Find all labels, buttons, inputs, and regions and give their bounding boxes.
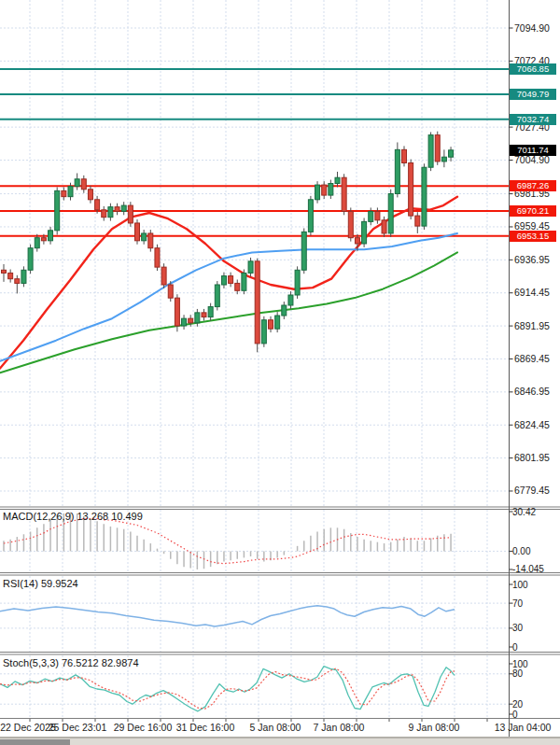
indicator-scale-label: 20 (512, 699, 524, 710)
indicator-scale-label: 100 (512, 659, 528, 669)
indicator-scale-label: 0 (512, 642, 518, 653)
price-tick-label: 6824.45 (514, 419, 550, 430)
time-tick-label: 31 Dec 16:00 (176, 722, 235, 733)
support-price-badge-1: 6987.26 (510, 180, 556, 191)
price-tick-label: 7094.90 (514, 22, 550, 34)
price-tick-label: 6914.45 (514, 287, 550, 298)
price-tick-label: 6846.95 (514, 386, 550, 397)
resistance-price-badge-2: 7049.79 (510, 89, 556, 100)
stoch-d-line (0, 668, 455, 709)
indicator-scale-label: -14.045 (512, 564, 544, 574)
rsi-panel[interactable] (0, 606, 455, 626)
trading-chart-window: 7094.907072.407027.407004.906981.956959.… (0, 0, 560, 745)
macd-indicator-label: MACD(12,26,9) 13.268 10.499 (3, 511, 143, 522)
time-tick-label: 13 Jan 04:00 (495, 722, 552, 733)
rsi-indicator-label: RSI(14) 59.9524 (3, 578, 78, 589)
time-tick-label: 25 Dec 23:01 (49, 722, 107, 733)
price-axis[interactable]: 7094.907072.407027.407004.906981.956959.… (510, 22, 551, 720)
time-tick-label: 5 Jan 08:00 (250, 722, 301, 733)
time-tick-label: 7 Jan 08:00 (314, 722, 365, 733)
indicator-scale-label: 100 (512, 580, 528, 590)
indicator-scale-label: 30.42 (512, 507, 536, 517)
indicator-scale-label: 0 (512, 710, 518, 720)
support-price-badge-3: 6953.15 (510, 231, 556, 242)
horizontal-scrollbar-thumb[interactable] (0, 739, 70, 745)
indicator-scale-label: 30 (512, 623, 524, 633)
price-tick-label: 6891.95 (514, 320, 550, 331)
time-tick-label: 9 Jan 08:00 (409, 722, 460, 733)
candlestick-series (2, 132, 454, 353)
price-tick-label: 6801.95 (514, 452, 550, 463)
indicator-scale-label: 70 (512, 598, 524, 609)
ma-blue (0, 233, 457, 361)
price-tick-label: 6869.45 (514, 353, 550, 364)
time-axis[interactable]: 22 Dec 202525 Dec 23:0129 Dec 16:0031 De… (0, 719, 551, 733)
indicator-scale-label: 80 (512, 668, 524, 679)
chart-canvas[interactable]: 7094.907072.407027.407004.906981.956959.… (0, 0, 560, 745)
resistance-price-badge-3: 7032.74 (510, 114, 556, 125)
grid-lines (0, 0, 510, 718)
current-price-badge: 7011.74 (510, 145, 556, 156)
price-tick-label: 6779.45 (514, 485, 550, 496)
rsi-line (0, 606, 455, 626)
support-price-badge-2: 6970.21 (510, 205, 556, 217)
indicator-scale-label: 0.00 (512, 546, 531, 556)
stoch-indicator-label: Stoch(5,3,3) 76.5212 82.9874 (3, 657, 139, 668)
horizontal-scrollbar-track[interactable] (0, 738, 560, 745)
panel-separators (0, 0, 560, 738)
resistance-price-badge-1: 7066.85 (510, 63, 556, 75)
price-tick-label: 6936.95 (514, 254, 550, 265)
time-tick-label: 29 Dec 16:00 (114, 722, 173, 733)
